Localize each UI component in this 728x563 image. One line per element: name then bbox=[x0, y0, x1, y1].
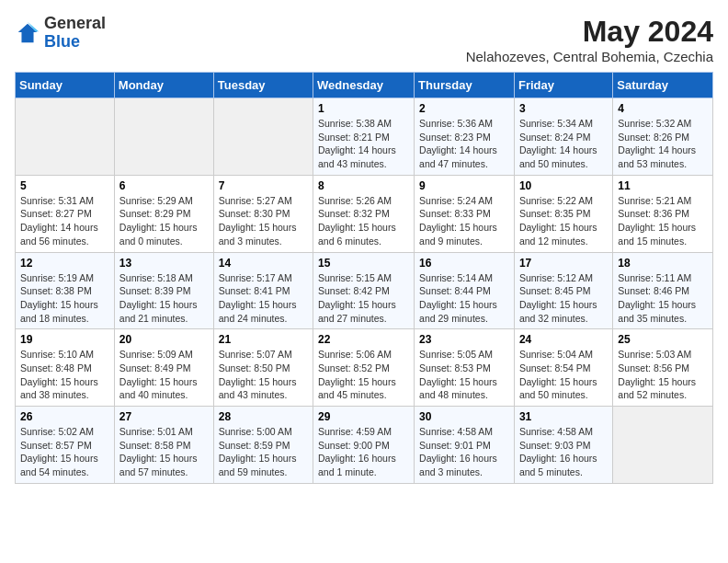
table-row: 10Sunrise: 5:22 AM Sunset: 8:35 PM Dayli… bbox=[514, 175, 612, 252]
table-row: 30Sunrise: 4:58 AM Sunset: 9:01 PM Dayli… bbox=[415, 407, 515, 484]
day-info: Sunrise: 5:15 AM Sunset: 8:42 PM Dayligh… bbox=[318, 271, 409, 326]
day-info: Sunrise: 5:07 AM Sunset: 8:50 PM Dayligh… bbox=[219, 348, 308, 402]
table-row: 8Sunrise: 5:26 AM Sunset: 8:32 PM Daylig… bbox=[313, 175, 415, 252]
day-number: 15 bbox=[318, 257, 409, 270]
day-number: 4 bbox=[618, 102, 708, 115]
day-info: Sunrise: 5:01 AM Sunset: 8:58 PM Dayligh… bbox=[119, 425, 209, 479]
day-info: Sunrise: 5:03 AM Sunset: 8:56 PM Dayligh… bbox=[618, 348, 708, 402]
day-number: 7 bbox=[219, 179, 308, 192]
calendar-week-row: 12Sunrise: 5:19 AM Sunset: 8:38 PM Dayli… bbox=[16, 252, 713, 329]
day-info: Sunrise: 5:27 AM Sunset: 8:30 PM Dayligh… bbox=[219, 194, 308, 248]
table-row: 28Sunrise: 5:00 AM Sunset: 8:59 PM Dayli… bbox=[213, 407, 313, 484]
table-row: 13Sunrise: 5:18 AM Sunset: 8:39 PM Dayli… bbox=[114, 252, 213, 329]
table-row: 16Sunrise: 5:14 AM Sunset: 8:44 PM Dayli… bbox=[415, 252, 515, 329]
day-number: 24 bbox=[519, 333, 608, 346]
day-info: Sunrise: 5:11 AM Sunset: 8:46 PM Dayligh… bbox=[618, 271, 708, 326]
day-number: 2 bbox=[419, 102, 509, 115]
day-info: Sunrise: 5:17 AM Sunset: 8:41 PM Dayligh… bbox=[219, 271, 308, 326]
day-info: Sunrise: 5:05 AM Sunset: 8:53 PM Dayligh… bbox=[419, 348, 509, 402]
table-row: 20Sunrise: 5:09 AM Sunset: 8:49 PM Dayli… bbox=[114, 329, 213, 407]
table-row bbox=[114, 98, 213, 176]
table-row: 26Sunrise: 5:02 AM Sunset: 8:57 PM Dayli… bbox=[16, 407, 115, 484]
day-info: Sunrise: 5:31 AM Sunset: 8:27 PM Dayligh… bbox=[20, 194, 109, 248]
day-number: 6 bbox=[119, 179, 209, 192]
day-number: 1 bbox=[318, 102, 409, 115]
day-info: Sunrise: 5:09 AM Sunset: 8:49 PM Dayligh… bbox=[119, 348, 209, 402]
table-row: 5Sunrise: 5:31 AM Sunset: 8:27 PM Daylig… bbox=[16, 175, 115, 252]
page-header: General Blue May 2024 Nelahozeves, Centr… bbox=[15, 15, 713, 64]
day-info: Sunrise: 5:34 AM Sunset: 8:24 PM Dayligh… bbox=[519, 117, 608, 171]
day-info: Sunrise: 4:58 AM Sunset: 9:01 PM Dayligh… bbox=[419, 425, 509, 479]
day-info: Sunrise: 5:14 AM Sunset: 8:44 PM Dayligh… bbox=[419, 271, 509, 326]
table-row bbox=[16, 98, 115, 176]
day-info: Sunrise: 5:00 AM Sunset: 8:59 PM Dayligh… bbox=[219, 425, 308, 479]
day-info: Sunrise: 5:04 AM Sunset: 8:54 PM Dayligh… bbox=[519, 348, 608, 402]
day-number: 28 bbox=[219, 410, 308, 423]
table-row: 19Sunrise: 5:10 AM Sunset: 8:48 PM Dayli… bbox=[16, 329, 115, 407]
day-info: Sunrise: 5:19 AM Sunset: 8:38 PM Dayligh… bbox=[20, 271, 109, 326]
day-number: 20 bbox=[119, 333, 209, 346]
day-info: Sunrise: 5:36 AM Sunset: 8:23 PM Dayligh… bbox=[419, 117, 509, 171]
day-info: Sunrise: 4:58 AM Sunset: 9:03 PM Dayligh… bbox=[519, 425, 608, 479]
day-number: 23 bbox=[419, 333, 509, 346]
table-row: 9Sunrise: 5:24 AM Sunset: 8:33 PM Daylig… bbox=[415, 175, 515, 252]
table-row: 25Sunrise: 5:03 AM Sunset: 8:56 PM Dayli… bbox=[613, 329, 713, 407]
day-number: 18 bbox=[618, 257, 708, 270]
table-row: 12Sunrise: 5:19 AM Sunset: 8:38 PM Dayli… bbox=[16, 252, 115, 329]
day-info: Sunrise: 5:22 AM Sunset: 8:35 PM Dayligh… bbox=[519, 194, 608, 248]
table-row: 22Sunrise: 5:06 AM Sunset: 8:52 PM Dayli… bbox=[313, 329, 415, 407]
header-sunday: Sunday bbox=[16, 73, 115, 98]
table-row: 18Sunrise: 5:11 AM Sunset: 8:46 PM Dayli… bbox=[613, 252, 713, 329]
table-row bbox=[613, 407, 713, 484]
day-info: Sunrise: 4:59 AM Sunset: 9:00 PM Dayligh… bbox=[318, 425, 409, 479]
table-row: 1Sunrise: 5:38 AM Sunset: 8:21 PM Daylig… bbox=[313, 98, 415, 176]
table-row: 21Sunrise: 5:07 AM Sunset: 8:50 PM Dayli… bbox=[213, 329, 313, 407]
day-number: 21 bbox=[219, 333, 308, 346]
month-year: May 2024 bbox=[466, 15, 713, 49]
calendar-week-row: 26Sunrise: 5:02 AM Sunset: 8:57 PM Dayli… bbox=[16, 407, 713, 484]
day-number: 5 bbox=[20, 179, 109, 192]
day-number: 11 bbox=[618, 179, 708, 192]
day-info: Sunrise: 5:06 AM Sunset: 8:52 PM Dayligh… bbox=[318, 348, 409, 402]
day-number: 29 bbox=[318, 410, 409, 423]
day-info: Sunrise: 5:10 AM Sunset: 8:48 PM Dayligh… bbox=[20, 348, 109, 402]
header-tuesday: Tuesday bbox=[213, 73, 313, 98]
table-row bbox=[213, 98, 313, 176]
day-number: 30 bbox=[419, 410, 509, 423]
day-info: Sunrise: 5:21 AM Sunset: 8:36 PM Dayligh… bbox=[618, 194, 708, 248]
day-number: 16 bbox=[419, 257, 509, 270]
table-row: 2Sunrise: 5:36 AM Sunset: 8:23 PM Daylig… bbox=[415, 98, 515, 176]
day-number: 19 bbox=[20, 333, 109, 346]
logo-icon bbox=[15, 20, 40, 46]
header-friday: Friday bbox=[514, 73, 612, 98]
table-row: 14Sunrise: 5:17 AM Sunset: 8:41 PM Dayli… bbox=[213, 252, 313, 329]
day-number: 12 bbox=[20, 257, 109, 270]
table-row: 11Sunrise: 5:21 AM Sunset: 8:36 PM Dayli… bbox=[613, 175, 713, 252]
day-number: 27 bbox=[119, 410, 209, 423]
day-info: Sunrise: 5:29 AM Sunset: 8:29 PM Dayligh… bbox=[119, 194, 209, 248]
title-block: May 2024 Nelahozeves, Central Bohemia, C… bbox=[466, 15, 713, 64]
calendar-week-row: 1Sunrise: 5:38 AM Sunset: 8:21 PM Daylig… bbox=[16, 98, 713, 176]
day-number: 31 bbox=[519, 410, 608, 423]
day-number: 3 bbox=[519, 102, 608, 115]
calendar: Sunday Monday Tuesday Wednesday Thursday… bbox=[15, 72, 713, 484]
header-monday: Monday bbox=[114, 73, 213, 98]
calendar-week-row: 19Sunrise: 5:10 AM Sunset: 8:48 PM Dayli… bbox=[16, 329, 713, 407]
table-row: 7Sunrise: 5:27 AM Sunset: 8:30 PM Daylig… bbox=[213, 175, 313, 252]
calendar-week-row: 5Sunrise: 5:31 AM Sunset: 8:27 PM Daylig… bbox=[16, 175, 713, 252]
day-number: 22 bbox=[318, 333, 409, 346]
day-info: Sunrise: 5:18 AM Sunset: 8:39 PM Dayligh… bbox=[119, 271, 209, 326]
day-info: Sunrise: 5:12 AM Sunset: 8:45 PM Dayligh… bbox=[519, 271, 608, 326]
day-number: 8 bbox=[318, 179, 409, 192]
table-row: 27Sunrise: 5:01 AM Sunset: 8:58 PM Dayli… bbox=[114, 407, 213, 484]
day-number: 13 bbox=[119, 257, 209, 270]
day-number: 17 bbox=[519, 257, 608, 270]
table-row: 31Sunrise: 4:58 AM Sunset: 9:03 PM Dayli… bbox=[514, 407, 612, 484]
table-row: 6Sunrise: 5:29 AM Sunset: 8:29 PM Daylig… bbox=[114, 175, 213, 252]
logo: General Blue bbox=[15, 15, 106, 52]
header-wednesday: Wednesday bbox=[313, 73, 415, 98]
day-info: Sunrise: 5:32 AM Sunset: 8:26 PM Dayligh… bbox=[618, 117, 708, 171]
day-number: 10 bbox=[519, 179, 608, 192]
day-info: Sunrise: 5:26 AM Sunset: 8:32 PM Dayligh… bbox=[318, 194, 409, 248]
table-row: 17Sunrise: 5:12 AM Sunset: 8:45 PM Dayli… bbox=[514, 252, 612, 329]
